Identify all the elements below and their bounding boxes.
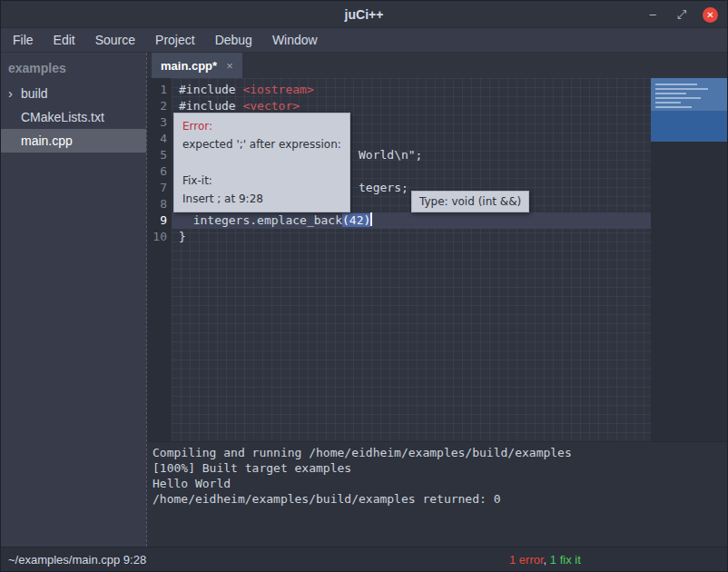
window-title: juCi++ bbox=[345, 7, 384, 22]
window-titlebar: juCi++ – ⤢ ✕ bbox=[1, 1, 727, 28]
chevron-right-icon[interactable]: › bbox=[8, 87, 13, 100]
code-line-5-fragment: World\n"; bbox=[359, 147, 422, 163]
tree-item-build[interactable]: › build bbox=[1, 82, 146, 105]
error-count: 1 error bbox=[509, 553, 544, 567]
output-line: Compiling and running /home/eidheim/exam… bbox=[152, 445, 722, 460]
tree-item-label: main.cpp bbox=[21, 133, 73, 148]
diagnostics-separator: , bbox=[544, 553, 550, 567]
menu-item-file[interactable]: File bbox=[3, 28, 44, 53]
preprocessor-directive: #include bbox=[179, 99, 242, 113]
menu-item-source[interactable]: Source bbox=[85, 28, 145, 53]
tab-bar: main.cpp* × bbox=[147, 53, 727, 78]
minimap-code-line bbox=[655, 84, 697, 85]
output-panel[interactable]: Compiling and running /home/eidheim/exam… bbox=[147, 441, 727, 548]
line-number: 8 bbox=[147, 196, 167, 212]
menu-item-window[interactable]: Window bbox=[262, 28, 328, 53]
output-line: Hello World bbox=[152, 476, 722, 491]
minimize-button[interactable]: – bbox=[644, 6, 661, 23]
code-line-1: #include <iostream> bbox=[179, 82, 314, 98]
window-controls: – ⤢ ✕ bbox=[644, 1, 718, 28]
minimap-code-line bbox=[655, 97, 701, 99]
line-number: 4 bbox=[147, 131, 167, 147]
code-area[interactable]: #include <iostream> #include <vector> Wo… bbox=[172, 78, 651, 441]
line-number: 1 bbox=[147, 82, 167, 98]
matched-close-paren: ) bbox=[364, 213, 371, 227]
code-line-7-fragment: tegers; bbox=[359, 180, 408, 196]
minimap-code-line bbox=[655, 102, 681, 104]
status-diagnostics: 1 error, 1 fix it bbox=[509, 553, 581, 567]
restore-button[interactable]: ⤢ bbox=[674, 6, 690, 23]
close-button[interactable]: ✕ bbox=[703, 7, 718, 23]
argument-value: 42 bbox=[349, 213, 364, 227]
juci-window: juCi++ – ⤢ ✕ File Edit Source Project De… bbox=[0, 0, 728, 572]
type-tooltip: Type: void (int &&) bbox=[411, 191, 529, 212]
main-area: examples › build CMakeLists.txt main.cpp… bbox=[1, 53, 727, 547]
line-number: 2 bbox=[147, 98, 167, 114]
tab-close-icon[interactable]: × bbox=[226, 59, 233, 73]
minimap-column bbox=[651, 78, 727, 441]
tree-item-cmakelists[interactable]: CMakeLists.txt bbox=[1, 105, 146, 129]
code-line-10: } bbox=[179, 229, 186, 245]
fixit-message: Insert ; at 9:28 bbox=[182, 190, 341, 208]
code-line-9: integers.emplace_back(42) bbox=[179, 212, 372, 229]
tooltip-spacer bbox=[182, 153, 341, 172]
line-number-current: 9 bbox=[147, 212, 167, 229]
tab-label: main.cpp* bbox=[161, 59, 217, 73]
include-header: <vector> bbox=[242, 99, 300, 113]
tree-item-label: CMakeLists.txt bbox=[21, 110, 104, 124]
tree-item-main-cpp[interactable]: main.cpp bbox=[1, 129, 146, 153]
menubar: File Edit Source Project Debug Window bbox=[1, 28, 727, 53]
minimap-code-line bbox=[655, 93, 686, 94]
menu-item-debug[interactable]: Debug bbox=[205, 28, 262, 53]
menu-item-edit[interactable]: Edit bbox=[44, 28, 85, 53]
status-bar: ~/examples/main.cpp 9:28 1 error, 1 fix … bbox=[1, 547, 727, 571]
status-file-location: ~/examples/main.cpp 9:28 bbox=[8, 553, 146, 567]
minimap[interactable] bbox=[651, 78, 727, 142]
fixit-count: 1 fix it bbox=[550, 553, 581, 567]
minimap-code-line bbox=[655, 88, 708, 90]
error-message: expected ';' after expression: bbox=[182, 135, 341, 153]
line-number-gutter: 1 2 3 4 5 6 7 8 9 10 bbox=[147, 78, 172, 441]
error-tooltip: Error: expected ';' after expression: Fi… bbox=[173, 113, 350, 212]
matched-open-paren: ( bbox=[342, 213, 349, 227]
minimap-code-line bbox=[655, 106, 692, 108]
editor-column: main.cpp* × 1 2 3 4 5 6 7 8 9 10 bbox=[146, 53, 727, 547]
menu-item-project[interactable]: Project bbox=[145, 28, 205, 53]
statement-text: integers.emplace_back bbox=[179, 213, 342, 227]
file-tree-sidebar: examples › build CMakeLists.txt main.cpp bbox=[1, 53, 146, 547]
tree-item-label: build bbox=[21, 86, 48, 101]
output-line: [100%] Built target examples bbox=[152, 460, 722, 476]
tab-main-cpp[interactable]: main.cpp* × bbox=[152, 53, 242, 78]
line-number: 7 bbox=[147, 180, 167, 196]
text-cursor bbox=[370, 212, 372, 226]
fixit-label: Fix-it: bbox=[182, 172, 341, 190]
line-number: 6 bbox=[147, 163, 167, 180]
output-line: /home/eidheim/examples/build/examples re… bbox=[152, 491, 722, 507]
preprocessor-directive: #include bbox=[179, 83, 242, 96]
editor: 1 2 3 4 5 6 7 8 9 10 #include <iostream>… bbox=[147, 78, 727, 441]
line-number: 10 bbox=[147, 229, 167, 245]
error-label: Error: bbox=[182, 117, 341, 135]
project-folder-header: examples bbox=[1, 54, 146, 82]
include-header: <iostream> bbox=[242, 83, 313, 96]
line-number: 3 bbox=[147, 114, 167, 131]
line-number: 5 bbox=[147, 147, 167, 163]
